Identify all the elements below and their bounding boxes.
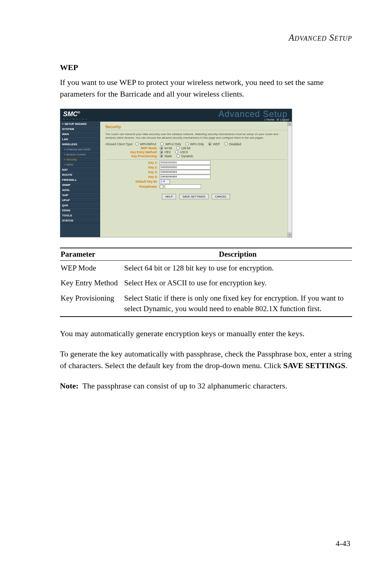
- radio-option[interactable]: [160, 142, 164, 146]
- wep-mode-label: WEP Mode:: [105, 146, 160, 150]
- parameter-table: Parameter Description WEP ModeSelect 64 …: [60, 248, 352, 317]
- smc-logo: SMC® N e t w o r k s: [63, 110, 87, 120]
- sidebar-item[interactable]: SYSTEM: [60, 127, 100, 132]
- default-key-label: Default Key ID:: [105, 180, 160, 183]
- radio-label: WPA/WPA2: [140, 142, 156, 146]
- radio-label: ASCII: [180, 150, 188, 154]
- scroll-up-icon[interactable]: ▴: [288, 122, 292, 126]
- radio-label: Dynamic: [181, 154, 193, 158]
- key3-input[interactable]: [160, 170, 211, 174]
- banner: SMC® N e t w o r k s Advanced Setup ⌂ Ho…: [60, 109, 292, 122]
- radio-option[interactable]: [135, 142, 139, 146]
- paragraph-passphrase-instructions: To generate the key automatically with p…: [60, 348, 352, 371]
- scroll-down-icon[interactable]: ▾: [288, 233, 292, 237]
- radio-label: Disabled: [229, 142, 241, 146]
- radio-label: 64 bit: [164, 146, 172, 150]
- button-row: HELP SAVE SETTINGS CANCEL: [105, 194, 287, 199]
- logout-link[interactable]: Logout: [280, 118, 289, 121]
- sidebar-item[interactable]: WIRELESS: [60, 142, 100, 147]
- sidebar: » SETUP WIZARDSYSTEMWANLANWIRELESS» Chan…: [60, 122, 100, 237]
- sidebar-item[interactable]: STATUS: [60, 218, 100, 223]
- sidebar-item[interactable]: QoS: [60, 203, 100, 208]
- save-settings-button[interactable]: SAVE SETTINGS: [179, 194, 209, 199]
- cancel-button[interactable]: CANCEL: [212, 194, 230, 199]
- sidebar-item[interactable]: SNMP: [60, 183, 100, 188]
- page-header: Advanced Setup: [60, 33, 352, 43]
- radio-option[interactable]: [160, 150, 163, 154]
- key4-input[interactable]: [160, 175, 211, 179]
- sidebar-item[interactable]: » WDS: [60, 162, 100, 167]
- sidebar-item[interactable]: UPnP: [60, 198, 100, 203]
- radio-option[interactable]: [160, 154, 163, 158]
- logout-icon[interactable]: ⊘: [277, 118, 280, 121]
- sidebar-item[interactable]: NAT: [60, 167, 100, 172]
- default-key-select[interactable]: 1 ▾: [160, 179, 170, 184]
- sidebar-item[interactable]: » Security: [60, 157, 100, 162]
- key-prov-label: Key Provisioning:: [105, 154, 160, 158]
- key1-label: Key 1:: [105, 161, 160, 164]
- note-paragraph: Note: The passphrase can consist of up t…: [60, 380, 352, 392]
- radio-option[interactable]: [176, 146, 180, 150]
- sidebar-item[interactable]: WAN: [60, 132, 100, 137]
- sidebar-item[interactable]: DDNS: [60, 208, 100, 213]
- radio-option[interactable]: [160, 146, 163, 150]
- help-button[interactable]: HELP: [162, 194, 176, 199]
- intro-paragraph: If you want to use WEP to protect your w…: [60, 77, 352, 100]
- radio-label: WPA2 Only: [165, 142, 181, 146]
- main-panel: Security The router can transmit your da…: [100, 122, 292, 237]
- banner-title: Advanced Setup: [219, 109, 287, 119]
- divider: [105, 159, 287, 160]
- key3-label: Key 3:: [105, 170, 160, 174]
- sidebar-item[interactable]: ROUTE: [60, 172, 100, 178]
- param-desc: Select Static if there is only one fixed…: [123, 291, 352, 317]
- key-entry-label: Key Entry Method:: [105, 150, 160, 154]
- param-desc: Select Hex or ASCII to use for encryptio…: [123, 276, 352, 290]
- radio-option[interactable]: [176, 154, 180, 158]
- passphrase-checkbox[interactable]: [160, 185, 163, 188]
- param-name: WEP Mode: [60, 260, 123, 276]
- sidebar-item[interactable]: » SETUP WIZARD: [60, 122, 100, 127]
- col-description: Description: [123, 248, 352, 261]
- key2-input[interactable]: [160, 165, 211, 170]
- key4-label: Key 4:: [105, 175, 160, 179]
- radio-option[interactable]: [175, 150, 178, 154]
- key1-input[interactable]: [160, 160, 211, 165]
- allowed-client-row: Allowed Client Type: WPA/WPA2WPA2 OnlyWP…: [105, 142, 287, 146]
- table-row: Key ProvisioningSelect Static if there i…: [60, 291, 352, 317]
- radio-label: HEX: [164, 150, 171, 154]
- chevron-down-icon: ▾: [163, 180, 165, 183]
- page-number: 4-43: [336, 539, 350, 548]
- passphrase-label: Passphrase:: [105, 185, 160, 188]
- param-name: Key Provisioning: [60, 291, 123, 317]
- section-title-wep: WEP: [60, 63, 352, 72]
- param-desc: Select 64 bit or 128 bit key to use for …: [123, 260, 352, 276]
- router-screenshot: SMC® N e t w o r k s Advanced Setup ⌂ Ho…: [60, 109, 292, 237]
- security-description: The router can transmit your data secure…: [105, 133, 287, 140]
- table-row: Key Entry MethodSelect Hex or ASCII to u…: [60, 276, 352, 290]
- sidebar-item[interactable]: » Access Control: [60, 152, 100, 157]
- radio-label: WPA Only: [190, 142, 204, 146]
- sidebar-item[interactable]: TOOLS: [60, 213, 100, 218]
- radio-option[interactable]: [208, 142, 212, 146]
- radio-label: WEP: [213, 142, 220, 146]
- radio-label: Static: [164, 154, 172, 158]
- col-parameter: Parameter: [60, 248, 123, 261]
- table-row: WEP ModeSelect 64 bit or 128 bit key to …: [60, 260, 352, 276]
- param-name: Key Entry Method: [60, 276, 123, 290]
- radio-option[interactable]: [185, 142, 189, 146]
- radio-option[interactable]: [224, 142, 228, 146]
- sidebar-item[interactable]: FIREWALL: [60, 178, 100, 183]
- sidebar-item[interactable]: » Channel and SSID: [60, 147, 100, 152]
- sidebar-item[interactable]: ADSL: [60, 188, 100, 193]
- passphrase-input[interactable]: [165, 184, 201, 189]
- paragraph-auto-generate: You may automatically generate encryptio…: [60, 328, 352, 339]
- home-link[interactable]: Home: [266, 118, 274, 121]
- scrollbar[interactable]: ▴ ▾: [287, 122, 292, 237]
- key2-label: Key 2:: [105, 166, 160, 169]
- security-heading: Security: [105, 125, 287, 130]
- sidebar-item[interactable]: LAN: [60, 137, 100, 142]
- sidebar-item[interactable]: VoIP: [60, 193, 100, 198]
- home-logout-bar: ⌂ Home ⊘ Logout: [264, 118, 289, 121]
- radio-label: 128 bit: [181, 146, 191, 150]
